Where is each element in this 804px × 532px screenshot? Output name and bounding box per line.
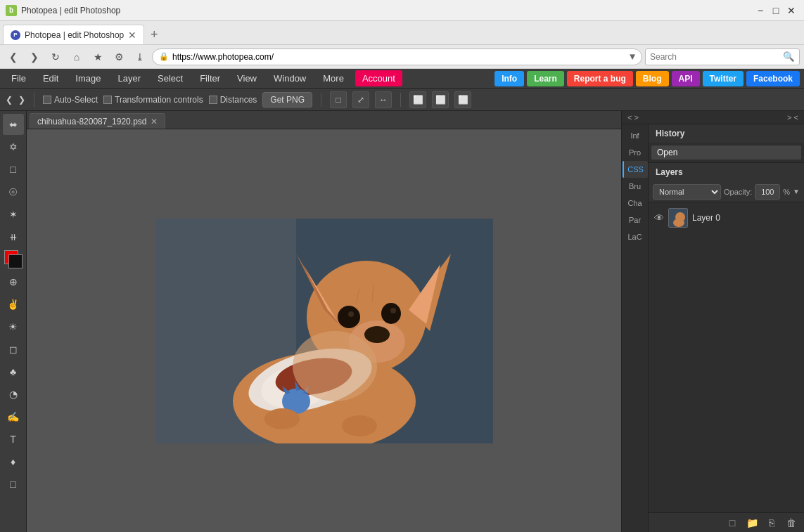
menu-file[interactable]: File bbox=[3, 69, 34, 89]
layers-header[interactable]: Layers bbox=[649, 163, 804, 181]
settings-button[interactable]: ⚙ bbox=[110, 48, 128, 66]
menu-edit[interactable]: Edit bbox=[34, 69, 67, 89]
toolbar-icon-5[interactable]: ⬜ bbox=[432, 91, 449, 108]
menu-window[interactable]: Window bbox=[265, 69, 314, 89]
home-button[interactable]: ⌂ bbox=[68, 48, 86, 66]
history-header[interactable]: History bbox=[649, 124, 804, 143]
color-swatch[interactable] bbox=[3, 249, 24, 270]
twitter-button[interactable]: Twitter bbox=[703, 71, 744, 86]
layers-panel: Layers Normal Dissolve Multiply Screen O… bbox=[649, 163, 804, 532]
side-tab-inf[interactable]: Inf bbox=[623, 127, 648, 144]
panel-collapse-top[interactable]: < > > < bbox=[622, 111, 804, 124]
layer-visibility-icon[interactable]: 👁 bbox=[654, 212, 664, 223]
fill-tool[interactable]: ♣ bbox=[3, 361, 24, 382]
side-tab-cha[interactable]: Cha bbox=[623, 195, 648, 212]
report-bug-button[interactable]: Report a bug bbox=[567, 71, 633, 86]
eraser-tool[interactable]: ◻ bbox=[3, 339, 24, 360]
toolbar-nav-next[interactable]: ❯ bbox=[18, 95, 25, 105]
get-png-button[interactable]: Get PNG bbox=[262, 92, 312, 108]
browser-tab-photopea[interactable]: P Photopea | edit Photoshop ✕ bbox=[3, 25, 144, 44]
history-item-open[interactable]: Open bbox=[651, 145, 801, 160]
svg-point-27 bbox=[342, 415, 377, 436]
marquee-tool[interactable]: □ bbox=[3, 159, 24, 180]
blog-button[interactable]: Blog bbox=[636, 71, 669, 86]
side-tab-par[interactable]: Par bbox=[623, 212, 648, 228]
toolbar-icon-2[interactable]: ⤢ bbox=[352, 91, 369, 108]
address-input[interactable] bbox=[152, 48, 642, 65]
close-button[interactable]: ✕ bbox=[784, 4, 798, 18]
side-tab-css[interactable]: CSS bbox=[623, 161, 648, 178]
heal-tool[interactable]: ⊕ bbox=[3, 271, 24, 292]
document-tab-close[interactable]: ✕ bbox=[151, 117, 158, 126]
bookmark-button[interactable]: ★ bbox=[89, 48, 107, 66]
side-tab-pro[interactable]: Pro bbox=[623, 144, 648, 161]
menu-account[interactable]: Account bbox=[355, 70, 402, 86]
menu-select[interactable]: Select bbox=[149, 69, 191, 89]
address-dropdown-button[interactable]: ▼ bbox=[625, 50, 639, 64]
tab-close-icon[interactable]: ✕ bbox=[128, 30, 136, 41]
toolbar-icon-6[interactable]: ⬜ bbox=[454, 91, 471, 108]
learn-button[interactable]: Learn bbox=[527, 71, 564, 86]
menu-layer[interactable]: Layer bbox=[110, 69, 150, 89]
menu-filter[interactable]: Filter bbox=[191, 69, 229, 89]
distances-checkbox[interactable] bbox=[209, 96, 217, 104]
info-button[interactable]: Info bbox=[494, 71, 524, 86]
zoom-tool[interactable]: □ bbox=[3, 474, 24, 495]
pen-tool[interactable]: ✍ bbox=[3, 406, 24, 427]
facebook-button[interactable]: Facebook bbox=[746, 71, 800, 86]
reload-button[interactable]: ↻ bbox=[46, 48, 65, 66]
forward-button[interactable]: ❯ bbox=[25, 48, 44, 66]
move-tool[interactable]: ✡ bbox=[3, 136, 24, 157]
toolbar-icon-4[interactable]: ⬜ bbox=[409, 91, 426, 108]
minimize-button[interactable]: − bbox=[753, 4, 767, 18]
delete-layer-button[interactable]: 🗑 bbox=[784, 516, 798, 530]
dodge-tool[interactable]: ◔ bbox=[3, 384, 24, 405]
new-group-button[interactable]: □ bbox=[725, 516, 739, 530]
svg-point-25 bbox=[293, 331, 377, 401]
menu-image[interactable]: Image bbox=[67, 69, 109, 89]
history-body: Open bbox=[649, 143, 804, 162]
clone-tool[interactable]: ☀ bbox=[3, 316, 24, 337]
auto-select-item[interactable]: Auto-Select bbox=[43, 95, 98, 105]
menu-view[interactable]: View bbox=[229, 69, 265, 89]
lasso-tool[interactable]: ⦾ bbox=[3, 181, 24, 202]
brush-tool[interactable]: ✌ bbox=[3, 294, 24, 315]
search-icon-button[interactable]: 🔍 bbox=[783, 51, 795, 62]
side-tab-bru[interactable]: Bru bbox=[623, 178, 648, 195]
maximize-button[interactable]: □ bbox=[769, 4, 783, 18]
select-tool[interactable]: ⬌ bbox=[3, 114, 24, 135]
addressbar: ❮ ❯ ↻ ⌂ ★ ⚙ ⤓ 🔒 ▼ 🔍 bbox=[0, 45, 804, 69]
side-tab-lac[interactable]: LaC bbox=[623, 228, 648, 245]
download-button[interactable]: ⤓ bbox=[131, 48, 149, 66]
opacity-arrow-icon[interactable]: ▼ bbox=[793, 188, 800, 195]
search-field-wrap: 🔍 bbox=[645, 48, 800, 65]
transformation-checkbox[interactable] bbox=[103, 96, 112, 104]
text-tool[interactable]: T bbox=[3, 429, 24, 450]
background-color[interactable] bbox=[8, 254, 23, 268]
toolbar-nav-prev[interactable]: ❮ bbox=[6, 95, 13, 105]
layer-item-0[interactable]: 👁 Layer 0 bbox=[651, 205, 801, 231]
toolbar-icon-3[interactable]: ↔ bbox=[375, 91, 392, 108]
shape-tool[interactable]: ♦ bbox=[3, 451, 24, 472]
svg-point-14 bbox=[348, 311, 354, 317]
transformation-controls-item[interactable]: Transformation controls bbox=[103, 95, 203, 105]
duplicate-layer-button[interactable]: ⎘ bbox=[765, 516, 779, 530]
opacity-input[interactable] bbox=[755, 184, 780, 200]
blend-mode-select[interactable]: Normal Dissolve Multiply Screen Overlay bbox=[653, 184, 721, 200]
canvas-area: chihuahua-820087_1920.psd ✕ bbox=[27, 111, 621, 532]
search-input[interactable] bbox=[650, 52, 780, 62]
app-icon: b bbox=[6, 5, 17, 16]
document-tab-active[interactable]: chihuahua-820087_1920.psd ✕ bbox=[30, 113, 165, 129]
new-folder-button[interactable]: 📁 bbox=[745, 516, 759, 530]
distances-item[interactable]: Distances bbox=[209, 95, 257, 105]
api-button[interactable]: API bbox=[672, 71, 700, 86]
crop-tool[interactable]: ⧺ bbox=[3, 226, 24, 247]
new-tab-button[interactable]: + bbox=[144, 25, 164, 44]
back-button[interactable]: ❮ bbox=[4, 48, 23, 66]
toolbar-icon-1[interactable]: □ bbox=[330, 91, 347, 108]
auto-select-checkbox[interactable] bbox=[43, 96, 51, 104]
opacity-unit: % bbox=[783, 188, 790, 196]
magic-wand-tool[interactable]: ✶ bbox=[3, 204, 24, 225]
canvas-viewport[interactable] bbox=[27, 129, 621, 532]
menu-more[interactable]: More bbox=[314, 69, 352, 89]
